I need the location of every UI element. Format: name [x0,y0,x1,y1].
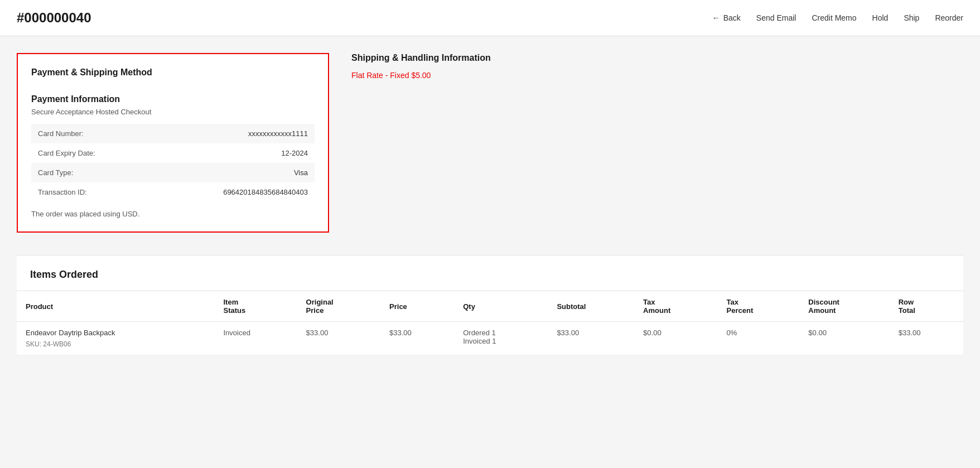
table-header-row: Product ItemStatus OriginalPrice Price Q… [17,291,963,322]
card-type-row: Card Type: Visa [31,163,315,182]
col-original-price: OriginalPrice [297,291,380,322]
shipping-title: Shipping & Handling Information [351,53,963,63]
card-type-label: Card Type: [31,163,150,182]
card-number-value: xxxxxxxxxxxx1111 [150,124,315,143]
send-email-button[interactable]: Send Email [756,13,796,22]
col-tax-amount: TaxAmount [634,291,717,322]
subtotal-cell: $33.00 [548,322,634,355]
back-arrow-icon: ← [712,13,720,22]
reorder-button[interactable]: Reorder [935,13,963,22]
shipping-rate-value: $5.00 [411,71,431,80]
shipping-info-section: Shipping & Handling Information Flat Rat… [351,53,963,233]
shipping-rate-label: Flat Rate - Fixed [351,71,409,80]
items-ordered-section: Items Ordered Product ItemStatus Origina… [17,255,963,355]
transaction-id-value: 696420184835684840403 [150,182,315,202]
price-cell: $33.00 [380,322,454,355]
col-row-total: RowTotal [890,291,963,322]
col-qty: Qty [454,291,548,322]
ship-button[interactable]: Ship [904,13,919,22]
box-title: Payment & Shipping Method [31,67,315,84]
payment-details-table: Card Number: xxxxxxxxxxxx1111 Card Expir… [31,124,315,202]
col-price: Price [380,291,454,322]
card-expiry-value: 12-2024 [150,143,315,163]
top-section: Payment & Shipping Method Payment Inform… [17,53,963,233]
row-total-cell: $33.00 [890,322,963,355]
card-number-label: Card Number: [31,124,150,143]
back-button[interactable]: ← Back [712,13,741,22]
shipping-rate: Flat Rate - Fixed $5.00 [351,71,963,80]
card-type-value: Visa [150,163,315,182]
tax-amount-cell: $0.00 [634,322,717,355]
product-sku: SKU: 24-WB06 [26,340,205,348]
tax-percent-cell: 0% [718,322,800,355]
qty-cell: Ordered 1 Invoiced 1 [454,322,548,355]
payment-info: Payment Information Secure Acceptance Ho… [31,94,315,218]
discount-amount-cell: $0.00 [799,322,889,355]
card-expiry-row: Card Expiry Date: 12-2024 [31,143,315,163]
product-cell: Endeavor Daytrip Backpack SKU: 24-WB06 [17,322,214,355]
transaction-id-row: Transaction ID: 696420184835684840403 [31,182,315,202]
order-id: #000000040 [17,10,696,26]
qty-invoiced: Invoiced 1 [463,337,539,345]
transaction-id-label: Transaction ID: [31,182,150,202]
main-content: Payment & Shipping Method Payment Inform… [0,36,980,372]
payment-method: Secure Acceptance Hosted Checkout [31,108,315,116]
col-tax-percent: TaxPercent [718,291,800,322]
qty-ordered: Ordered 1 [463,329,539,337]
col-product: Product [17,291,214,322]
hold-button[interactable]: Hold [872,13,889,22]
payment-shipping-box: Payment & Shipping Method Payment Inform… [17,53,329,233]
col-discount-amount: DiscountAmount [799,291,889,322]
items-ordered-table: Product ItemStatus OriginalPrice Price Q… [17,291,963,355]
page-header: #000000040 ← Back Send Email Credit Memo… [0,0,980,36]
payment-info-title: Payment Information [31,94,315,104]
col-subtotal: Subtotal [548,291,634,322]
col-item-status: ItemStatus [214,291,297,322]
card-number-row: Card Number: xxxxxxxxxxxx1111 [31,124,315,143]
product-name: Endeavor Daytrip Backpack [26,329,205,337]
items-ordered-title: Items Ordered [17,269,963,281]
credit-memo-button[interactable]: Credit Memo [812,13,856,22]
usd-note: The order was placed using USD. [31,210,315,218]
original-price-cell: $33.00 [297,322,380,355]
item-status-cell: Invoiced [214,322,297,355]
card-expiry-label: Card Expiry Date: [31,143,150,163]
table-row: Endeavor Daytrip Backpack SKU: 24-WB06 I… [17,322,963,355]
header-nav: ← Back Send Email Credit Memo Hold Ship … [712,13,963,22]
